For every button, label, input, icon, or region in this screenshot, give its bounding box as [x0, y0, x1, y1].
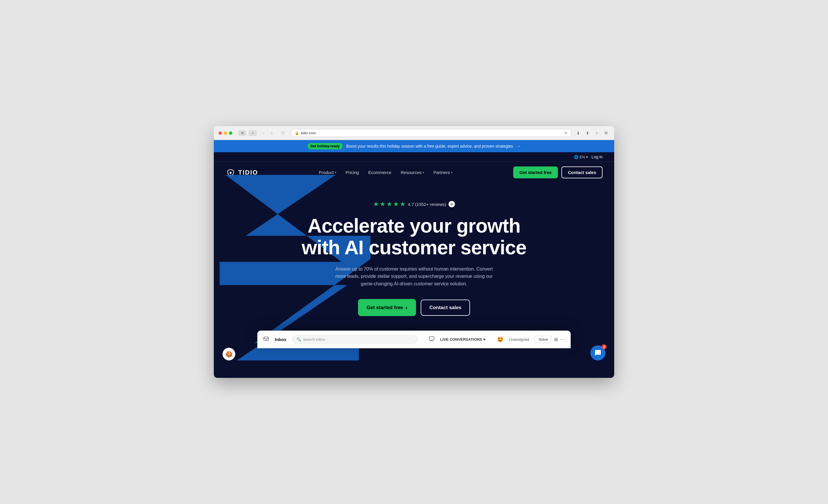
hero-title-line1: Accelerate your growth [307, 215, 521, 237]
review-score: 4.7 (1552+ reviews) [408, 202, 446, 207]
inbox-conversations-label: LIVE CONVERSATIONS ▾ [440, 337, 485, 341]
chevron-down-icon: ▾ [423, 171, 424, 174]
star-2: ★ [380, 200, 385, 208]
nav-partners-label: Partners [433, 170, 450, 175]
tab-toggle-button[interactable]: ▾ [249, 130, 257, 136]
browser-controls: ⊞ ▾ [238, 130, 257, 136]
emoji-icon: 🤩 [497, 336, 503, 343]
chat-icon [594, 350, 602, 356]
star-3: ★ [386, 200, 392, 208]
star-rating: ★ ★ ★ ★ ★ [373, 200, 406, 208]
more-options-button[interactable]: ⋯ [560, 337, 565, 342]
shield-icon: 🛡 [279, 130, 288, 137]
hero-buttons: Get started free › Contact sales [225, 299, 603, 316]
nav-item-partners[interactable]: Partners ▾ [430, 168, 456, 177]
announcement-text: Boost your results this holiday season w… [346, 144, 513, 148]
maximize-dot[interactable] [229, 131, 233, 135]
conversations-icon [429, 336, 434, 343]
minimize-dot[interactable] [224, 131, 227, 135]
page-content: Get holiday-ready Boost your results thi… [214, 140, 614, 378]
inbox-title: Inbox [275, 337, 286, 342]
reload-button[interactable]: ↻ [565, 131, 568, 135]
address-bar[interactable]: 🔒 tidio.com ↻ [291, 129, 571, 137]
close-dot[interactable] [218, 131, 222, 135]
star-4: ★ [393, 200, 399, 208]
nav-item-resources[interactable]: Resources ▾ [397, 168, 428, 177]
chevron-down-icon: ▾ [451, 171, 453, 174]
inbox-preview: Inbox 🔍 Search Inbox LIVE CONVERSATIONS … [257, 331, 571, 348]
svg-rect-1 [264, 337, 268, 340]
hero-subtitle: Answer up to 70% of customer inquiries w… [333, 265, 495, 288]
arrow-icon: › [405, 304, 407, 311]
get-started-hero-button[interactable]: Get started free › [358, 299, 416, 316]
cookie-icon: 🍪 [225, 351, 233, 358]
chat-widget[interactable]: 2 [590, 346, 606, 361]
forward-button[interactable]: › [268, 130, 275, 137]
announcement-bar[interactable]: Get holiday-ready Boost your results thi… [214, 140, 614, 152]
capterra-icon: G [449, 201, 455, 208]
star-5: ★ [400, 200, 406, 208]
svg-rect-2 [429, 337, 434, 340]
share-button[interactable]: ⬆ [584, 130, 591, 137]
utility-bar: 🌐 EN ▾ Log in [214, 152, 614, 162]
tab-overview-button[interactable]: ⧉ [603, 130, 610, 137]
browser-window: ⊞ ▾ ‹ › 🛡 🔒 tidio.com ↻ ⬇ ⬆ ＋ ⧉ Get holi… [214, 126, 614, 378]
chevron-down-icon: ▾ [586, 155, 588, 159]
contact-sales-hero-button[interactable]: Contact sales [421, 300, 470, 316]
inbox-unassigned-label: Unassigned [509, 337, 529, 341]
contact-sales-nav-button[interactable]: Contact sales [562, 167, 603, 178]
lock-icon: 🔒 [295, 131, 299, 135]
back-button[interactable]: ‹ [260, 130, 267, 137]
browser-nav: ‹ › [260, 130, 275, 137]
search-placeholder: Search Inbox [303, 337, 325, 341]
nav-actions: Get started free Contact sales [513, 167, 603, 178]
cookie-widget[interactable]: 🍪 [222, 348, 235, 361]
star-1: ★ [373, 200, 379, 208]
chat-badge: 2 [602, 344, 607, 350]
inbox-search[interactable]: 🔍 Search Inbox [292, 335, 417, 343]
nav-resources-label: Resources [401, 170, 421, 175]
globe-icon: 🌐 [574, 155, 579, 159]
language-label: EN [580, 155, 585, 159]
chevron-icon: ▾ [483, 337, 485, 341]
browser-right-controls: ⬇ ⬆ ＋ ⧉ [575, 130, 610, 137]
url-text: tidio.com [301, 131, 316, 135]
login-link[interactable]: Log in [591, 154, 603, 159]
announcement-arrow: → [516, 144, 521, 148]
search-icon: 🔍 [296, 337, 301, 341]
download-button[interactable]: ⬇ [575, 130, 582, 137]
language-selector[interactable]: 🌐 EN ▾ [574, 155, 588, 159]
get-started-nav-button[interactable]: Get started free [513, 167, 558, 178]
stars-row: ★ ★ ★ ★ ★ 4.7 (1552+ reviews) G [225, 200, 603, 208]
hero-section: ★ ★ ★ ★ ★ 4.7 (1552+ reviews) G Accelera… [214, 183, 614, 316]
holiday-badge[interactable]: Get holiday-ready [307, 143, 343, 149]
grid-view-button[interactable]: ⊞ [554, 337, 558, 342]
tab-switcher-button[interactable]: ⊞ [238, 130, 246, 136]
get-started-hero-label: Get started free [367, 305, 403, 311]
new-tab-button[interactable]: ＋ [593, 130, 600, 137]
inbox-icon [263, 336, 269, 343]
browser-chrome: ⊞ ▾ ‹ › 🛡 🔒 tidio.com ↻ ⬇ ⬆ ＋ ⧉ [214, 126, 614, 140]
hero-title: Accelerate your growth with AI customer … [298, 215, 530, 259]
browser-dots [218, 131, 233, 135]
inbox-actions: Solve ⊞ ⋯ [535, 336, 565, 343]
hero-title-line2: with AI customer service [302, 236, 527, 259]
solve-button[interactable]: Solve [535, 336, 552, 343]
